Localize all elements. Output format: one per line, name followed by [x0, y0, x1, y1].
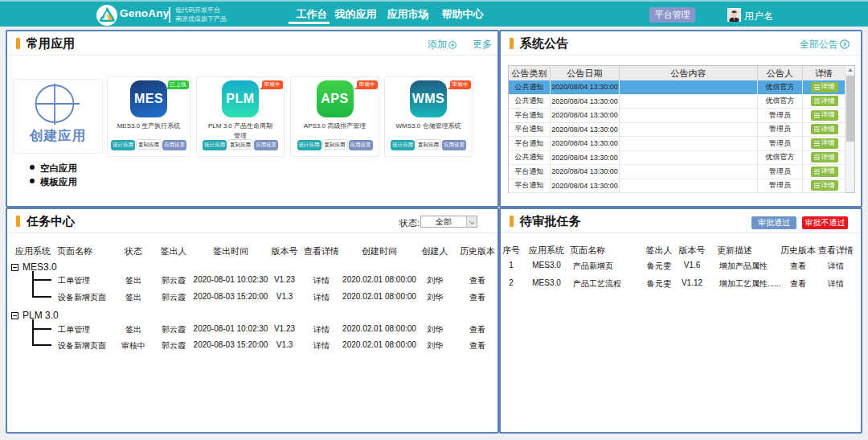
tree-group-label[interactable]: MES3.0 — [23, 261, 57, 273]
scrollbar-up-arrow[interactable] — [848, 68, 853, 72]
task-detail-link[interactable]: 详情 — [313, 275, 330, 286]
approve-button[interactable]: 审批通过 — [751, 216, 796, 229]
col-notice-date: 公告日期 — [551, 66, 620, 80]
notice-publisher: 管理员 — [758, 123, 803, 137]
copy-app-button[interactable]: 复制应用 — [416, 139, 441, 150]
notices-table: 公告类别 公告日期 公告内容 公告人 详情 公共通知 2020/08/04 13… — [508, 65, 855, 193]
app-status-badge: 审核中 — [357, 80, 378, 89]
all-notices-link[interactable]: 全部公告 — [800, 38, 850, 51]
approval-no: 1 — [509, 261, 514, 269]
notice-row[interactable]: 公共通知 2020/08/04 13:30:00 优倍官方 详情 — [509, 95, 845, 109]
app-settings-button[interactable]: 应用设置 — [349, 140, 373, 150]
copy-app-button[interactable]: 复制应用 — [227, 139, 253, 150]
app-card-wms[interactable]: WMS 审核中 WMS3.0 仓储管理系统 设计应用 复制应用 应用设置 — [384, 76, 473, 157]
brand-tagline: 低代码开发平台 南京优倍旗下产品 — [175, 6, 227, 23]
app-icon-aps: APS — [317, 80, 354, 117]
design-app-button[interactable]: 设计应用 — [203, 140, 227, 150]
task-created-time: 2020.02.01 08:00:00 — [342, 324, 416, 333]
task-status: 签出 — [125, 275, 141, 286]
nav-tab-help-center[interactable]: 帮助中心 — [440, 2, 485, 28]
task-history-link[interactable]: 查看 — [469, 292, 485, 303]
notices-scrollbar[interactable] — [845, 66, 854, 192]
template-app-option[interactable]: 模板应用 — [40, 176, 77, 188]
app-settings-button[interactable]: 应用设置 — [254, 140, 278, 150]
task-history-link[interactable]: 查看 — [469, 324, 485, 335]
username-label[interactable]: 用户名 — [744, 10, 773, 23]
task-version: V1.23 — [274, 275, 295, 284]
notice-row[interactable]: 平台通知 2020/08/04 13:30:00 管理员 详情 — [509, 109, 845, 123]
nav-tab-app-market[interactable]: 应用市场 — [386, 2, 430, 28]
notice-detail-button[interactable]: 详情 — [811, 138, 838, 149]
more-apps-link[interactable]: 更多 — [473, 38, 492, 51]
task-detail-link[interactable]: 详情 — [313, 292, 330, 303]
notice-row[interactable]: 公共通知 2020/08/04 13:30:00 优倍官方 详情 — [509, 151, 845, 166]
notice-row[interactable]: 平台通知 2020/08/04 13:30:00 管理员 详情 — [509, 137, 845, 151]
scrollbar-thumb[interactable] — [846, 76, 854, 142]
add-app-label: 添加 — [428, 39, 447, 50]
col-notice-type: 公告类别 — [509, 66, 551, 80]
notice-detail-button[interactable]: 详情 — [811, 167, 838, 177]
approval-system: MES3.0 — [532, 278, 561, 287]
tree-collapse-icon[interactable] — [11, 312, 18, 319]
dashboard: GenoAny 低代码开发平台 南京优倍旗下产品 工作台 我的应用 应用市场 帮… — [0, 0, 868, 440]
task-detail-link[interactable]: 详情 — [313, 324, 330, 335]
task-detail-link[interactable]: 详情 — [313, 340, 330, 352]
nav-tab-workbench[interactable]: 工作台 — [293, 2, 331, 28]
nav-tab-my-apps[interactable]: 我的应用 — [334, 2, 378, 28]
notice-detail-button[interactable]: 详情 — [811, 180, 838, 191]
notice-row[interactable]: 平台通知 2020/08/04 13:30:00 管理员 详情 — [509, 165, 845, 179]
app-settings-button[interactable]: 应用设置 — [162, 140, 186, 150]
status-filter-select[interactable]: 全部 — [420, 216, 477, 228]
notice-type: 平台通知 — [509, 179, 551, 193]
add-app-link[interactable]: 添加 — [428, 38, 457, 51]
notice-detail-button[interactable]: 详情 — [811, 110, 838, 121]
panel-system-notices: 系统公告 全部公告 公告类别 公告日期 公告内容 公告人 详情 公共通知 202… — [499, 30, 862, 208]
design-app-button[interactable]: 设计应用 — [391, 140, 415, 150]
task-history-link[interactable]: 查看 — [469, 340, 485, 352]
app-settings-button[interactable]: 应用设置 — [442, 140, 466, 150]
all-notices-label: 全部公告 — [800, 39, 838, 50]
copy-app-button[interactable]: 复制应用 — [136, 139, 162, 150]
select-chevron-icon[interactable] — [466, 216, 477, 227]
task-created-time: 2020.02.01 08:00:00 — [342, 275, 416, 284]
list-icon — [814, 113, 820, 118]
task-history-link[interactable]: 查看 — [469, 275, 485, 286]
app-card-aps[interactable]: APS 审核中 APS3.0 高级排产管理 设计应用 复制应用 应用设置 — [290, 76, 379, 157]
design-app-button[interactable]: 设计应用 — [111, 140, 135, 150]
notice-detail-button[interactable]: 详情 — [811, 82, 838, 93]
approval-history-link[interactable]: 查看 — [790, 261, 806, 272]
notice-detail-label: 详情 — [821, 97, 835, 106]
app-status-badge: 审核中 — [262, 80, 283, 89]
notice-row[interactable]: 公共通知 2020/08/04 13:30:00 优倍官方 详情 — [509, 80, 845, 95]
blank-app-option[interactable]: 空白应用 — [40, 162, 77, 175]
design-app-button[interactable]: 设计应用 — [297, 140, 321, 150]
approval-description: 增加工艺属性...... — [719, 278, 781, 290]
task-checkout-time: 2020-08-03 15:20:00 — [194, 340, 268, 349]
notice-detail-button[interactable]: 详情 — [811, 152, 838, 162]
app-icon-mes: MES — [130, 80, 167, 117]
notice-row[interactable]: 平台通知 2020/08/04 13:30:00 管理员 详情 — [509, 179, 845, 194]
approval-history-link[interactable]: 查看 — [790, 278, 806, 290]
topbar: GenoAny 低代码开发平台 南京优倍旗下产品 工作台 我的应用 应用市场 帮… — [0, 0, 868, 27]
genoany-logo-icon[interactable] — [96, 5, 117, 26]
approval-description: 增加产品属性 — [719, 261, 768, 272]
notice-detail-button[interactable]: 详情 — [811, 124, 838, 134]
notice-row[interactable]: 平台通知 2020/08/04 13:30:00 管理员 详情 — [509, 123, 845, 138]
task-status: 签出 — [125, 292, 141, 303]
tree-collapse-icon[interactable] — [11, 264, 18, 271]
notice-publisher: 优倍官方 — [758, 80, 803, 94]
create-app-card[interactable]: 创建应用 — [13, 79, 103, 154]
reject-button[interactable]: 审批不通过 — [802, 216, 848, 229]
user-avatar[interactable] — [727, 8, 741, 22]
task-version: V1.3 — [276, 292, 293, 301]
notice-detail-button[interactable]: 详情 — [811, 96, 838, 106]
approval-detail-link[interactable]: 详情 — [828, 261, 844, 272]
app-card-plm[interactable]: PLM 审核中 PLM 3.0 产品生命周期管理 设计应用 复制应用 应用设置 — [196, 76, 285, 157]
notice-date: 2020/08/04 13:30:00 — [551, 123, 620, 137]
tree-group-label[interactable]: PLM 3.0 — [23, 310, 59, 321]
notice-type: 平台通知 — [509, 137, 551, 150]
copy-app-button[interactable]: 复制应用 — [322, 139, 348, 150]
app-card-mes[interactable]: MES 已上线 MES3.0 生产执行系统 设计应用 复制应用 应用设置 — [107, 76, 190, 157]
approval-detail-link[interactable]: 详情 — [828, 278, 844, 290]
platform-admin-button[interactable]: 平台管理 — [649, 7, 695, 23]
